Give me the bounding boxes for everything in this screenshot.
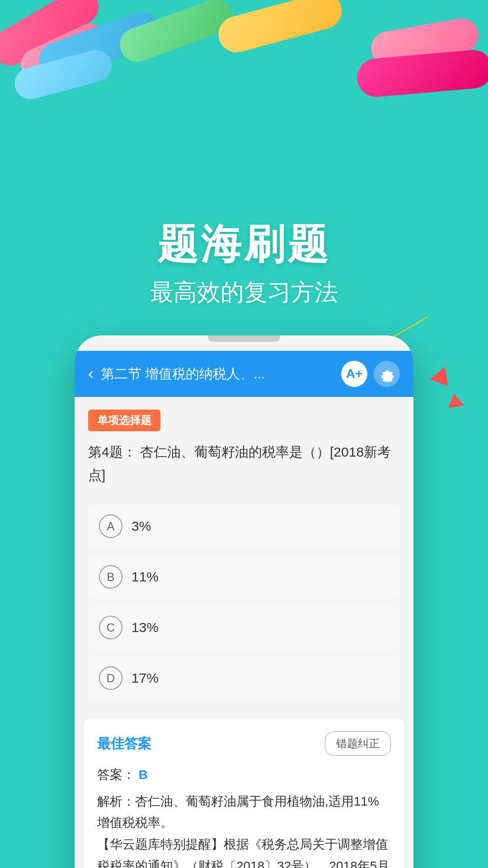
top-decoration bbox=[0, 0, 488, 190]
option-a-letter: A bbox=[99, 514, 122, 538]
answer-section-header: 最佳答案 错题纠正 bbox=[97, 731, 391, 756]
phone-mockup: ‹ 第二节 增值税的纳税人、... A+ 单项选择题 第4题： 杏仁油、葡萄籽油… bbox=[75, 335, 413, 868]
deco-red-arrow2 bbox=[446, 392, 465, 408]
hero-subtitle: 最高效的复习方法 bbox=[0, 277, 488, 308]
phone-notch bbox=[208, 335, 280, 342]
option-b-text: 11% bbox=[131, 569, 159, 585]
answer-line: 答案： B bbox=[97, 765, 391, 785]
question-type-badge: 单项选择题 bbox=[88, 410, 160, 431]
quiz-header-left: ‹ 第二节 增值税的纳税人、... bbox=[88, 365, 265, 383]
option-d-letter: D bbox=[99, 666, 122, 690]
settings-button[interactable] bbox=[374, 361, 400, 387]
analysis-text: 解析：杏仁油、葡萄籽油属于食用植物油,适用11%增值税税率。【华云题库特别提醒】… bbox=[97, 791, 391, 868]
error-correct-button[interactable]: 错题纠正 bbox=[325, 731, 391, 756]
gear-icon bbox=[379, 366, 395, 382]
font-size-button[interactable]: A+ bbox=[341, 361, 367, 387]
option-a[interactable]: A 3% bbox=[88, 505, 400, 548]
analysis-content: 杏仁油、葡萄籽油属于食用植物油,适用11%增值税税率。【华云题库特别提醒】根据《… bbox=[97, 794, 389, 868]
back-button[interactable]: ‹ bbox=[88, 366, 94, 382]
deco-pill-yellow bbox=[214, 0, 346, 57]
question-text: 第4题： 杏仁油、葡萄籽油的税率是（）[2018新考点] bbox=[75, 440, 413, 500]
option-c-text: 13% bbox=[131, 620, 159, 635]
quiz-header: ‹ 第二节 增值税的纳税人、... A+ bbox=[75, 351, 413, 397]
hero-title: 题海刷题 bbox=[0, 217, 488, 272]
option-d-text: 17% bbox=[131, 670, 159, 686]
best-answer-title: 最佳答案 bbox=[97, 735, 151, 753]
analysis-label: 解析： bbox=[97, 794, 135, 808]
hero-section: 题海刷题 最高效的复习方法 bbox=[0, 190, 488, 326]
option-b-letter: B bbox=[99, 565, 122, 589]
deco-red-arrow1 bbox=[430, 363, 454, 387]
answer-value: B bbox=[139, 768, 148, 782]
options-container: A 3% B 11% C 13% D 17% bbox=[75, 500, 413, 704]
answer-section: 最佳答案 错题纠正 答案： B 解析：杏仁油、葡萄籽油属于食用植物油,适用11%… bbox=[84, 718, 404, 868]
option-c-letter: C bbox=[99, 616, 122, 639]
option-a-text: 3% bbox=[131, 519, 151, 534]
option-d[interactable]: D 17% bbox=[88, 656, 400, 700]
option-c[interactable]: C 13% bbox=[88, 606, 400, 649]
quiz-header-right: A+ bbox=[341, 361, 400, 387]
quiz-section-title: 第二节 增值税的纳税人、... bbox=[101, 365, 265, 383]
option-b[interactable]: B 11% bbox=[88, 555, 400, 599]
question-number: 第4题： bbox=[88, 444, 136, 459]
answer-label: 答案： bbox=[97, 768, 135, 782]
